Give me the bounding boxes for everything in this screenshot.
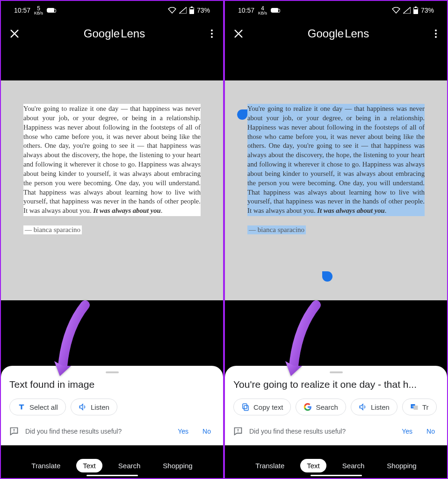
tab-shopping[interactable]: Shopping: [156, 459, 199, 472]
translate-icon: G: [410, 403, 419, 411]
more-options-button[interactable]: [209, 28, 215, 40]
sheet-title: Text found in image: [9, 379, 215, 390]
status-time: 10:57: [14, 7, 30, 14]
app-bar: GoogleLens: [225, 20, 447, 48]
action-chip-row: Copy text Search Listen G Tr: [233, 399, 439, 415]
lens-image-viewport[interactable]: You're going to realize it one day — tha…: [1, 80, 223, 300]
feedback-icon: [233, 427, 243, 436]
bottom-sheet[interactable]: You're going to realize it one day - tha…: [225, 366, 447, 445]
feedback-no[interactable]: No: [423, 426, 439, 437]
mode-tabs: Translate Text Search Shopping: [1, 459, 223, 472]
chip-label: Listen: [91, 403, 109, 411]
select-all-chip[interactable]: Select all: [9, 399, 66, 415]
home-indicator[interactable]: [311, 475, 362, 476]
bottom-sheet[interactable]: Text found in image Select all Listen Di…: [1, 366, 223, 445]
selection-handle-end[interactable]: [322, 271, 332, 282]
feedback-row: Did you find these results useful? Yes N…: [233, 426, 439, 437]
battery-percent: 73%: [421, 7, 434, 14]
svg-rect-7: [243, 404, 247, 409]
tab-translate[interactable]: Translate: [25, 459, 67, 472]
battery-percent: 73%: [197, 7, 210, 14]
home-indicator[interactable]: [87, 475, 138, 476]
svg-rect-9: [413, 406, 418, 410]
selection-handle-start[interactable]: [237, 109, 247, 120]
battery-icon: [413, 7, 418, 14]
chip-label: Select all: [29, 403, 58, 411]
close-button[interactable]: [9, 29, 20, 39]
app-bar: GoogleLens: [1, 20, 223, 48]
more-options-button[interactable]: [433, 28, 439, 40]
chip-label: Tr: [422, 403, 429, 411]
copy-text-chip[interactable]: Copy text: [233, 399, 291, 415]
detected-text-block[interactable]: You're going to realize it one day — tha…: [23, 104, 201, 216]
feedback-icon: [9, 427, 19, 436]
notification-icon: [271, 8, 278, 13]
selected-author-text[interactable]: — bianca sparacino: [247, 225, 306, 234]
text-icon: [17, 403, 26, 411]
feedback-row: Did you find these results useful? Yes N…: [9, 426, 215, 437]
network-speed: 5 KB/s: [34, 6, 43, 15]
google-g-icon: [303, 403, 312, 411]
tab-shopping[interactable]: Shopping: [380, 459, 423, 472]
svg-rect-4: [415, 7, 417, 7]
tab-text[interactable]: Text: [300, 459, 326, 472]
phone-screenshot-left: 10:57 5 KB/s 73% GoogleLens You're going…: [0, 0, 224, 479]
signal-icon: [179, 7, 187, 14]
sheet-drag-handle[interactable]: [330, 371, 343, 373]
listen-chip[interactable]: Listen: [351, 399, 397, 415]
status-bar: 10:57 4 KB/s 73%: [225, 1, 447, 20]
copy-icon: [241, 403, 250, 411]
speaker-icon: [79, 403, 87, 411]
tab-search[interactable]: Search: [112, 459, 147, 472]
sheet-drag-handle[interactable]: [106, 371, 119, 373]
phone-screenshot-right: 10:57 4 KB/s 73% GoogleLens You're go: [224, 0, 448, 479]
mode-tabs: Translate Text Search Shopping: [225, 459, 447, 472]
battery-icon: [189, 7, 194, 14]
listen-chip[interactable]: Listen: [71, 399, 117, 415]
notification-icon: [47, 8, 54, 13]
feedback-no[interactable]: No: [199, 426, 215, 437]
tab-translate[interactable]: Translate: [249, 459, 291, 472]
app-title: GoogleLens: [308, 27, 369, 40]
translate-chip[interactable]: G Tr: [402, 399, 437, 415]
lens-image-viewport[interactable]: You're going to realize it one day — tha…: [225, 80, 447, 300]
feedback-question: Did you find these results useful?: [249, 428, 346, 435]
signal-icon: [403, 7, 411, 14]
feedback-question: Did you find these results useful?: [25, 428, 122, 435]
action-chip-row: Select all Listen: [9, 399, 215, 415]
svg-rect-1: [191, 7, 193, 7]
chip-label: Listen: [371, 403, 390, 411]
wifi-icon: [168, 7, 176, 14]
network-speed: 4 KB/s: [258, 6, 267, 15]
search-chip[interactable]: Search: [296, 399, 346, 415]
svg-rect-2: [190, 8, 194, 9]
svg-rect-5: [414, 8, 418, 9]
chip-label: Copy text: [253, 403, 283, 411]
app-title: GoogleLens: [84, 27, 145, 40]
status-time: 10:57: [238, 7, 254, 14]
sheet-title: You're going to realize it one day - tha…: [233, 379, 439, 390]
feedback-yes[interactable]: Yes: [174, 426, 192, 437]
close-button[interactable]: [233, 29, 244, 39]
tab-search[interactable]: Search: [336, 459, 371, 472]
selected-text-block[interactable]: You're going to realize it one day — tha…: [247, 104, 425, 216]
status-bar: 10:57 5 KB/s 73%: [1, 1, 223, 20]
tab-text[interactable]: Text: [76, 459, 102, 472]
feedback-yes[interactable]: Yes: [398, 426, 416, 437]
wifi-icon: [392, 7, 400, 14]
detected-author-text[interactable]: — bianca sparacino: [23, 225, 82, 234]
chip-label: Search: [316, 403, 338, 411]
svg-rect-6: [244, 406, 248, 411]
svg-text:G: G: [412, 405, 414, 408]
speaker-icon: [359, 403, 367, 411]
